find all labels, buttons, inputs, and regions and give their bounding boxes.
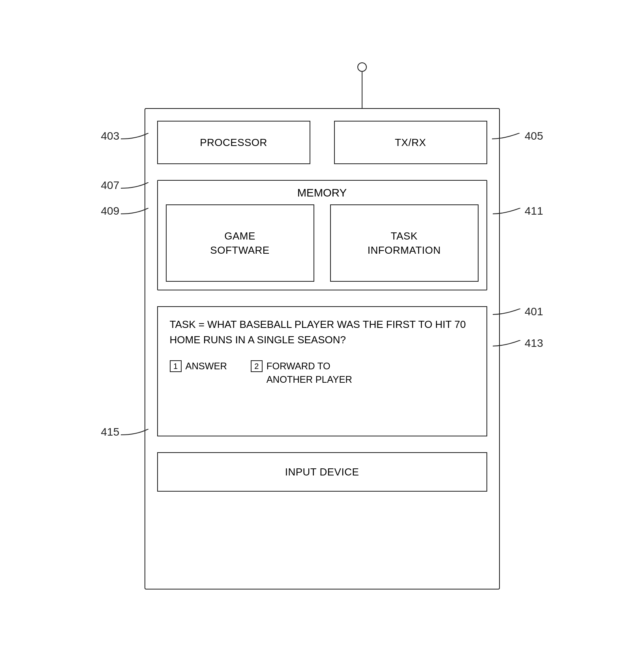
task-box: TASK = WHAT BASEBALL PLAYER WAS THE FIRS…: [157, 306, 487, 436]
game-software-box: GAMESOFTWARE: [166, 204, 314, 282]
ref-413: 413: [525, 337, 543, 350]
ref-403-line: [121, 133, 152, 145]
ref-405-line: [492, 133, 524, 145]
main-device-box: PROCESSOR TX/RX MEMORY GAMESOFTWARE TASK…: [145, 108, 500, 590]
option-1-number: 1: [170, 360, 182, 372]
top-row: PROCESSOR TX/RX: [157, 121, 487, 164]
option-2-text: FORWARD TOANOTHER PLAYER: [267, 359, 352, 386]
option-2-number: 2: [251, 360, 263, 372]
processor-box: PROCESSOR: [157, 121, 310, 164]
memory-label: MEMORY: [158, 187, 486, 199]
processor-label: PROCESSOR: [200, 135, 267, 150]
task-options: 1 ANSWER 2 FORWARD TOANOTHER PLAYER: [170, 359, 475, 386]
txrx-box: TX/RX: [334, 121, 487, 164]
memory-inner: GAMESOFTWARE TASKINFORMATION: [166, 204, 479, 282]
txrx-label: TX/RX: [395, 135, 426, 150]
option-2: 2 FORWARD TOANOTHER PLAYER: [251, 359, 352, 386]
input-device-label: INPUT DEVICE: [285, 465, 359, 479]
ref-409: 409: [101, 205, 120, 217]
ref-411-line: [493, 208, 524, 220]
ref-401-line: [493, 309, 524, 320]
option-1-text: ANSWER: [186, 359, 227, 373]
ref-401: 401: [525, 305, 543, 318]
task-question: TASK = WHAT BASEBALL PLAYER WAS THE FIRS…: [170, 317, 475, 348]
option-1: 1 ANSWER: [170, 359, 227, 373]
ref-407: 407: [101, 179, 120, 192]
input-device-box: INPUT DEVICE: [157, 452, 487, 492]
ref-411: 411: [525, 205, 543, 217]
ref-415-line: [121, 429, 152, 441]
diagram: PROCESSOR TX/RX MEMORY GAMESOFTWARE TASK…: [145, 69, 500, 601]
memory-box: MEMORY GAMESOFTWARE TASKINFORMATION: [157, 180, 487, 290]
ref-409-line: [121, 208, 152, 220]
antenna-line: [362, 69, 362, 108]
antenna-circle: [357, 62, 367, 72]
ref-405: 405: [525, 130, 543, 142]
ref-415: 415: [101, 426, 120, 438]
task-information-box: TASKINFORMATION: [330, 204, 479, 282]
game-software-label: GAMESOFTWARE: [210, 229, 269, 258]
ref-413-line: [493, 340, 524, 352]
ref-407-line: [121, 182, 152, 194]
task-information-label: TASKINFORMATION: [368, 229, 441, 258]
ref-403: 403: [101, 130, 120, 142]
